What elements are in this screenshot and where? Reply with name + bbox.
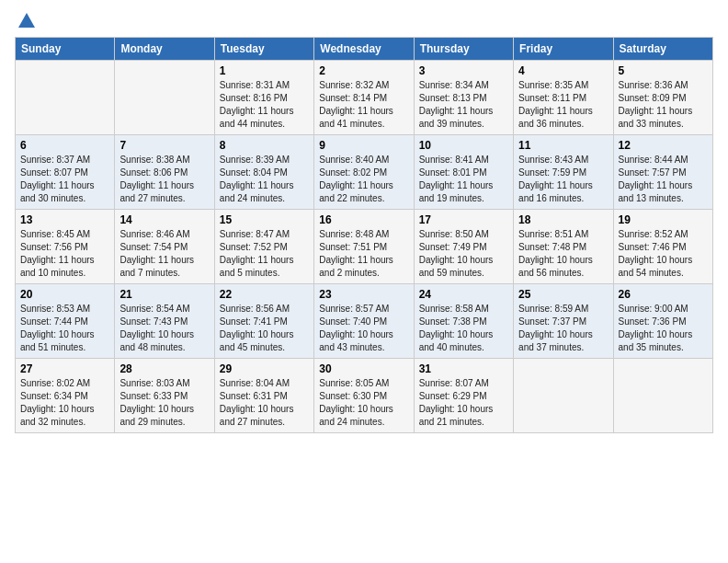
day-info: Sunrise: 9:00 AMSunset: 7:36 PMDaylight:… — [619, 303, 708, 354]
day-number: 31 — [419, 362, 508, 375]
calendar-week-row: 13Sunrise: 8:45 AMSunset: 7:56 PMDayligh… — [16, 210, 713, 284]
calendar-cell: 7Sunrise: 8:38 AMSunset: 8:06 PMDaylight… — [115, 135, 214, 210]
day-number: 7 — [119, 139, 209, 152]
weekday-header: Thursday — [414, 38, 513, 61]
day-number: 16 — [319, 213, 408, 226]
day-info: Sunrise: 8:59 AMSunset: 7:37 PMDaylight:… — [518, 303, 608, 354]
day-info: Sunrise: 8:35 AMSunset: 8:11 PMDaylight:… — [518, 79, 608, 131]
page-container: SundayMondayTuesdayWednesdayThursdayFrid… — [0, 0, 728, 442]
day-info: Sunrise: 8:40 AMSunset: 8:02 PMDaylight:… — [319, 154, 408, 205]
calendar-cell: 11Sunrise: 8:43 AMSunset: 7:59 PMDayligh… — [514, 135, 613, 210]
calendar-cell — [115, 61, 214, 135]
day-number: 22 — [220, 288, 309, 301]
calendar-cell — [514, 359, 613, 433]
day-number: 17 — [419, 213, 508, 226]
day-info: Sunrise: 8:07 AMSunset: 6:29 PMDaylight:… — [419, 377, 508, 429]
logo-icon — [17, 11, 37, 31]
calendar-cell: 8Sunrise: 8:39 AMSunset: 8:04 PMDaylight… — [214, 135, 313, 210]
day-number: 27 — [20, 362, 109, 375]
calendar-cell: 6Sunrise: 8:37 AMSunset: 8:07 PMDaylight… — [16, 135, 115, 210]
day-number: 8 — [220, 139, 309, 152]
calendar-cell: 9Sunrise: 8:40 AMSunset: 8:02 PMDaylight… — [314, 135, 414, 210]
calendar-cell: 24Sunrise: 8:58 AMSunset: 7:38 PMDayligh… — [414, 284, 513, 359]
calendar-cell: 1Sunrise: 8:31 AMSunset: 8:16 PMDaylight… — [214, 61, 313, 135]
calendar-cell: 30Sunrise: 8:05 AMSunset: 6:30 PMDayligh… — [314, 359, 414, 433]
calendar-cell: 13Sunrise: 8:45 AMSunset: 7:56 PMDayligh… — [16, 210, 115, 284]
calendar-cell: 4Sunrise: 8:35 AMSunset: 8:11 PMDaylight… — [514, 61, 613, 135]
calendar-cell — [16, 61, 115, 135]
calendar-cell: 2Sunrise: 8:32 AMSunset: 8:14 PMDaylight… — [314, 61, 414, 135]
day-info: Sunrise: 8:37 AMSunset: 8:07 PMDaylight:… — [20, 154, 109, 205]
calendar-cell: 3Sunrise: 8:34 AMSunset: 8:13 PMDaylight… — [414, 61, 513, 135]
day-number: 5 — [619, 64, 708, 77]
calendar-cell: 27Sunrise: 8:02 AMSunset: 6:34 PMDayligh… — [16, 359, 115, 433]
calendar-cell: 25Sunrise: 8:59 AMSunset: 7:37 PMDayligh… — [514, 284, 613, 359]
day-number: 13 — [20, 213, 109, 226]
day-info: Sunrise: 8:43 AMSunset: 7:59 PMDaylight:… — [518, 154, 608, 205]
calendar-header-row: SundayMondayTuesdayWednesdayThursdayFrid… — [16, 38, 713, 61]
calendar-cell: 23Sunrise: 8:57 AMSunset: 7:40 PMDayligh… — [314, 284, 414, 359]
day-number: 6 — [20, 139, 109, 152]
calendar-cell: 10Sunrise: 8:41 AMSunset: 8:01 PMDayligh… — [414, 135, 513, 210]
day-number: 30 — [319, 362, 408, 375]
day-number: 26 — [619, 288, 708, 301]
day-info: Sunrise: 8:04 AMSunset: 6:31 PMDaylight:… — [220, 377, 309, 429]
calendar-cell: 26Sunrise: 9:00 AMSunset: 7:36 PMDayligh… — [613, 284, 712, 359]
calendar-cell: 20Sunrise: 8:53 AMSunset: 7:44 PMDayligh… — [16, 284, 115, 359]
day-info: Sunrise: 8:57 AMSunset: 7:40 PMDaylight:… — [319, 303, 408, 354]
weekday-header: Wednesday — [314, 38, 414, 61]
day-number: 21 — [119, 288, 209, 301]
weekday-header: Monday — [115, 38, 214, 61]
day-info: Sunrise: 8:48 AMSunset: 7:51 PMDaylight:… — [319, 228, 408, 280]
day-number: 18 — [518, 213, 608, 226]
calendar-cell: 16Sunrise: 8:48 AMSunset: 7:51 PMDayligh… — [314, 210, 414, 284]
day-info: Sunrise: 8:31 AMSunset: 8:16 PMDaylight:… — [220, 79, 309, 131]
day-info: Sunrise: 8:51 AMSunset: 7:48 PMDaylight:… — [518, 228, 608, 280]
day-number: 25 — [518, 288, 608, 301]
weekday-header: Friday — [514, 38, 613, 61]
day-info: Sunrise: 8:05 AMSunset: 6:30 PMDaylight:… — [319, 377, 408, 429]
calendar-cell — [613, 359, 712, 433]
calendar-cell: 12Sunrise: 8:44 AMSunset: 7:57 PMDayligh… — [613, 135, 712, 210]
calendar-cell: 15Sunrise: 8:47 AMSunset: 7:52 PMDayligh… — [214, 210, 313, 284]
day-info: Sunrise: 8:46 AMSunset: 7:54 PMDaylight:… — [119, 228, 209, 280]
day-number: 28 — [119, 362, 209, 375]
day-info: Sunrise: 8:39 AMSunset: 8:04 PMDaylight:… — [220, 154, 309, 205]
day-info: Sunrise: 8:02 AMSunset: 6:34 PMDaylight:… — [20, 377, 109, 429]
day-info: Sunrise: 8:53 AMSunset: 7:44 PMDaylight:… — [20, 303, 109, 354]
day-info: Sunrise: 8:58 AMSunset: 7:38 PMDaylight:… — [419, 303, 508, 354]
weekday-header: Tuesday — [214, 38, 313, 61]
day-number: 2 — [319, 64, 408, 77]
day-number: 4 — [518, 64, 608, 77]
calendar-week-row: 6Sunrise: 8:37 AMSunset: 8:07 PMDaylight… — [16, 135, 713, 210]
calendar-cell: 28Sunrise: 8:03 AMSunset: 6:33 PMDayligh… — [115, 359, 214, 433]
calendar-cell: 21Sunrise: 8:54 AMSunset: 7:43 PMDayligh… — [115, 284, 214, 359]
day-info: Sunrise: 8:36 AMSunset: 8:09 PMDaylight:… — [619, 79, 708, 131]
calendar-cell: 29Sunrise: 8:04 AMSunset: 6:31 PMDayligh… — [214, 359, 313, 433]
day-info: Sunrise: 8:03 AMSunset: 6:33 PMDaylight:… — [119, 377, 209, 429]
calendar-cell: 31Sunrise: 8:07 AMSunset: 6:29 PMDayligh… — [414, 359, 513, 433]
day-number: 9 — [319, 139, 408, 152]
day-info: Sunrise: 8:34 AMSunset: 8:13 PMDaylight:… — [419, 79, 508, 131]
day-number: 11 — [518, 139, 608, 152]
day-info: Sunrise: 8:32 AMSunset: 8:14 PMDaylight:… — [319, 79, 408, 131]
day-number: 3 — [419, 64, 508, 77]
svg-marker-0 — [18, 13, 35, 28]
day-info: Sunrise: 8:38 AMSunset: 8:06 PMDaylight:… — [119, 154, 209, 205]
page-header — [15, 15, 713, 28]
day-number: 14 — [119, 213, 209, 226]
day-number: 15 — [220, 213, 309, 226]
day-info: Sunrise: 8:41 AMSunset: 8:01 PMDaylight:… — [419, 154, 508, 205]
day-info: Sunrise: 8:50 AMSunset: 7:49 PMDaylight:… — [419, 228, 508, 280]
calendar-week-row: 27Sunrise: 8:02 AMSunset: 6:34 PMDayligh… — [16, 359, 713, 433]
weekday-header: Sunday — [16, 38, 115, 61]
calendar-cell: 19Sunrise: 8:52 AMSunset: 7:46 PMDayligh… — [613, 210, 712, 284]
calendar-cell: 5Sunrise: 8:36 AMSunset: 8:09 PMDaylight… — [613, 61, 712, 135]
day-number: 12 — [619, 139, 708, 152]
day-number: 19 — [619, 213, 708, 226]
day-info: Sunrise: 8:44 AMSunset: 7:57 PMDaylight:… — [619, 154, 708, 205]
day-number: 1 — [220, 64, 309, 77]
calendar-table: SundayMondayTuesdayWednesdayThursdayFrid… — [15, 37, 713, 433]
day-number: 29 — [220, 362, 309, 375]
day-number: 24 — [419, 288, 508, 301]
